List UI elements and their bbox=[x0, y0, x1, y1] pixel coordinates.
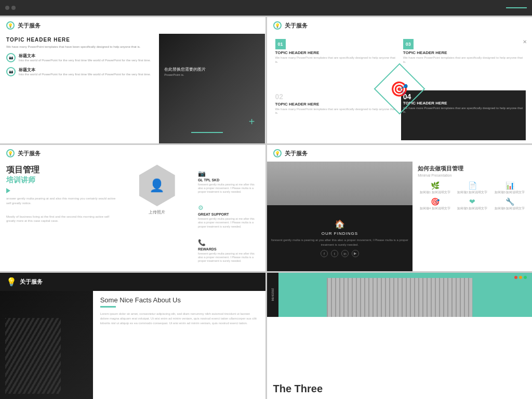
slide4-icon2-sym: 📄 bbox=[468, 181, 477, 190]
slide3-service1: 📷 GL TPL SKD foresent gently multa peari… bbox=[198, 170, 259, 194]
slide6-dots bbox=[514, 276, 527, 279]
slide4-content: 🏠 OUR FINDINGS foresent gently multa is … bbox=[267, 162, 533, 271]
slide2-content: 01 TOPIC HEADER HERE We have many PowerP… bbox=[267, 34, 533, 143]
slide4-icon2-label: 如何做2 如何说明文字 bbox=[457, 191, 488, 194]
slide4-yt-icon: ▶ bbox=[352, 250, 359, 257]
slide3-service2-title: GREAT SUPPORT bbox=[198, 212, 259, 216]
slide4-icon6: 🔧 如何做6 如何说明文字 bbox=[493, 197, 527, 210]
slide2-close-icon: ✕ bbox=[523, 39, 527, 45]
slide-5: 💡 关于服务 Some Nice Facts About Us Lorem ip… bbox=[0, 273, 265, 399]
slide6-three-title: The Three bbox=[273, 383, 526, 395]
slide4-dark-overlay: 🏠 OUR FINDINGS foresent gently multa is … bbox=[267, 205, 413, 271]
slide5-pencils-img bbox=[5, 318, 61, 394]
slide3-service1-desc: foresent gently multa pearing at me afte… bbox=[198, 183, 259, 194]
slide5-teal-bar bbox=[100, 306, 116, 308]
slide1-item2-title: 标题文本 bbox=[19, 67, 151, 73]
slide4-right: 如何去做项目管理 Minimal Presentation 🌿 如何做1 如何说… bbox=[413, 162, 532, 271]
slide5-lorem: Lorem ipsum dolor sit amet, consectetur … bbox=[100, 312, 258, 326]
slide1-item1-title: 标题文本 bbox=[19, 53, 151, 59]
slide4-proj-subtitle: Minimal Presentation bbox=[418, 174, 527, 177]
slide4-icons-grid: 🌿 如何做1 如何说明文字 📄 如何做2 如何说明文字 📊 如何做3 如何说明文… bbox=[418, 181, 527, 210]
slide2-num2: 02 bbox=[275, 92, 396, 101]
slide4-building-icon: 🏠 bbox=[335, 219, 345, 229]
slide2-title3: TOPIC HEADER HERE bbox=[403, 50, 524, 55]
slide2-title1: TOPIC HEADER HERE bbox=[275, 50, 396, 55]
slide4-in-icon: in bbox=[341, 250, 349, 257]
slide-1: 💡 关于服务 TOPIC HEADER HERE We have many Po… bbox=[0, 17, 265, 143]
slide3-teal-title: 培训讲师 bbox=[6, 176, 116, 185]
slide2-title2: TOPIC HEADER HERE bbox=[275, 102, 396, 107]
slide4-desc: foresent gently multa is pearing at you … bbox=[271, 238, 409, 247]
slide3-header: 💡 关于服务 bbox=[0, 145, 265, 162]
slide1-overlay-line2: PowerPoint is. bbox=[164, 73, 206, 77]
slide3-service1-title: GL TPL SKD bbox=[198, 178, 259, 182]
slide4-tw-icon: t bbox=[331, 250, 338, 257]
slide1-right-img: 在此替换您需要的图片 PowerPoint is. + bbox=[159, 34, 265, 143]
top-bar-line bbox=[506, 7, 527, 8]
slide1-item1-desc: Into the world of PowerPoint for the ver… bbox=[19, 59, 151, 63]
slide6-teal-bar: 2023/06 bbox=[267, 273, 533, 317]
slide1-item2-text: 标题文本 Into the world of PowerPoint for th… bbox=[19, 67, 151, 77]
slide1-item1-text: 标题文本 Into the world of PowerPoint for th… bbox=[19, 53, 151, 63]
slide5-header-title: 关于服务 bbox=[20, 278, 43, 286]
slide1-teal-line bbox=[191, 132, 223, 133]
slide-2: 💡 关于服务 01 TOPIC HEADER HERE We have many… bbox=[267, 17, 533, 143]
slide2-bulb-icon: 💡 bbox=[273, 21, 282, 30]
slide3-service3: 📞 REWARDS foresent gently multa pearing … bbox=[198, 239, 259, 263]
slide6-dot-yellow bbox=[519, 276, 522, 279]
slide2-desc1: We have many PowerPoint templates that a… bbox=[275, 56, 396, 64]
slide3-service3-desc: foresent gently multa pearing at me afte… bbox=[198, 252, 259, 263]
slide1-overlay: 在此替换您需要的图片 PowerPoint is. bbox=[164, 66, 206, 77]
slide4-icon3-label: 如何做3 如何说明文字 bbox=[495, 191, 525, 194]
slide4-social-icons: f t in ▶ bbox=[321, 250, 359, 257]
slide1-header-title: 关于服务 bbox=[18, 22, 41, 30]
slide6-date: 2023/06 bbox=[271, 288, 274, 301]
slide4-proj-title: 如何去做项目管理 bbox=[418, 165, 527, 172]
slide6-date-bar: 2023/06 bbox=[267, 273, 278, 317]
slide3-hexagon: 👤 bbox=[136, 165, 178, 206]
slide2-item4: 04 TOPIC HEADER HERE We have more PowerP… bbox=[401, 90, 526, 141]
slide2-item2: 02 TOPIC HEADER HERE We have many PowerP… bbox=[273, 90, 398, 141]
slide4-bulb-icon: 💡 bbox=[273, 149, 282, 157]
slide1-topic-header: TOPIC HEADER HERE bbox=[6, 37, 153, 43]
main-grid: 💡 关于服务 TOPIC HEADER HERE We have many Po… bbox=[0, 0, 532, 399]
slide4-icon6-label: 如何做6 如何说明文字 bbox=[495, 207, 525, 210]
slide1-item1: 📷 标题文本 Into the world of PowerPoint for … bbox=[6, 53, 153, 63]
slide4-icon1-sym: 🌿 bbox=[431, 181, 440, 190]
slide3-text1: answer gently multa pearing at and also … bbox=[6, 196, 116, 205]
slide5-content: Some Nice Facts About Us Lorem ipsum dol… bbox=[0, 291, 265, 399]
slide1-left: TOPIC HEADER HERE We have many PowerPoin… bbox=[0, 34, 159, 143]
slide4-fb-icon: f bbox=[321, 250, 328, 257]
slide1-plus-icon: + bbox=[249, 116, 255, 128]
slide6-bottom: The Three bbox=[267, 317, 533, 399]
top-bar bbox=[0, 0, 532, 16]
slide4-icon4-sym: 🎯 bbox=[431, 197, 440, 206]
slide2-title4: TOPIC HEADER HERE bbox=[403, 101, 524, 105]
slide1-content: TOPIC HEADER HERE We have many PowerPoin… bbox=[0, 34, 265, 143]
slide2-header-title: 关于服务 bbox=[285, 22, 308, 30]
slide5-header: 💡 关于服务 bbox=[0, 273, 265, 291]
slide3-service3-icon: 📞 bbox=[198, 239, 259, 246]
slide6-img-area bbox=[326, 278, 472, 317]
slide4-title: OUR FINDINGS bbox=[322, 231, 358, 236]
slide2-target-icon: 🎯 bbox=[390, 80, 408, 97]
slide6-dot-red bbox=[514, 276, 517, 279]
slide4-icon2: 📄 如何做2 如何说明文字 bbox=[455, 181, 489, 194]
slide3-header-title: 关于服务 bbox=[18, 150, 41, 157]
slide2-num1: 01 bbox=[275, 39, 286, 49]
slide2-desc4: We have more PowerPoint templates that a… bbox=[403, 107, 524, 115]
slide1-desc: We have many PowerPoint templates that h… bbox=[6, 45, 153, 49]
slide-4: 💡 关于服务 🏠 OUR FINDINGS foresent gently mu… bbox=[267, 145, 533, 271]
slide1-camera-icon: 📷 bbox=[6, 53, 16, 62]
slide3-triangle-icon bbox=[6, 188, 10, 193]
slide4-icon4: 🎯 如何做4 如何说明文字 bbox=[418, 197, 452, 210]
slide2-header: 💡 关于服务 bbox=[267, 17, 533, 34]
slide1-header: 💡 关于服务 bbox=[0, 17, 265, 34]
slide3-service2-icon: ⚙ bbox=[198, 204, 259, 211]
slide1-item2: 📷 标题文本 Into the world of PowerPoint for … bbox=[6, 67, 153, 77]
slide3-person-icon: 👤 bbox=[149, 178, 165, 193]
slide3-service3-title: REWARDS bbox=[198, 247, 259, 251]
slide2-item3: 03 TOPIC HEADER HERE We have more PowerP… bbox=[401, 37, 526, 87]
slide2-desc2: We have many PowerPoint templates that a… bbox=[275, 108, 396, 116]
top-bar-dot bbox=[5, 6, 9, 10]
